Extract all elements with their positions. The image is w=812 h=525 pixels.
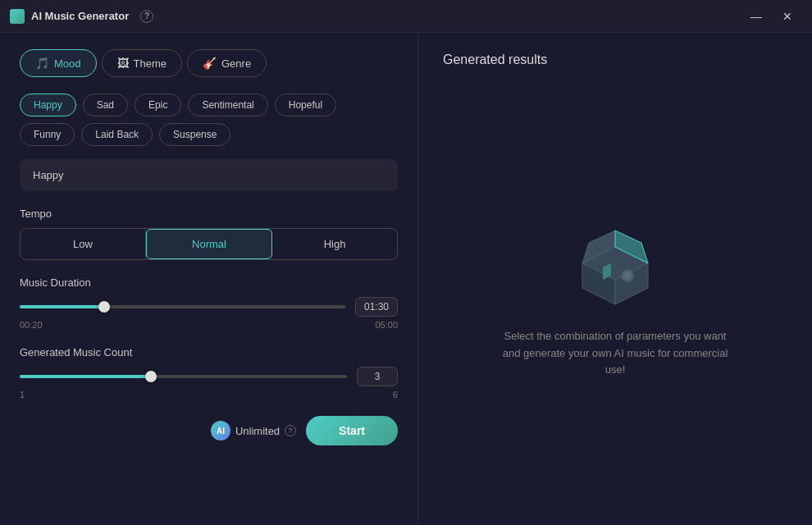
music-duration-label: Music Duration: [20, 276, 398, 289]
tab-theme[interactable]: 🖼 Theme: [102, 49, 182, 77]
mood-chip-happy[interactable]: Happy: [20, 94, 76, 116]
unlimited-icon: AI: [211, 421, 230, 441]
tempo-options: Low Normal High: [20, 228, 398, 260]
tab-genre[interactable]: 🎸 Genre: [187, 49, 267, 77]
placeholder-text: Select the combination of parameters you…: [500, 328, 730, 379]
mood-chip-laid-back[interactable]: Laid Back: [81, 123, 153, 146]
music-duration-section: Music Duration 01:30 00:20 05:00: [20, 276, 398, 330]
tab-row: 🎵 Mood 🖼 Theme 🎸 Genre: [20, 49, 398, 77]
main-content: 🎵 Mood 🖼 Theme 🎸 Genre Happy Sad Epic Se…: [0, 33, 812, 525]
tempo-label: Tempo: [20, 208, 398, 220]
mood-chip-hopeful[interactable]: Hopeful: [275, 94, 336, 116]
titlebar: AI Music Generator ? — ✕: [0, 0, 812, 33]
music-count-label: Generated Music Count: [20, 346, 398, 358]
genre-tab-icon: 🎸: [203, 57, 217, 70]
tempo-high[interactable]: High: [272, 229, 397, 259]
music-count-value: 3: [357, 367, 398, 386]
music-count-fill: [20, 375, 151, 378]
minimize-button[interactable]: —: [741, 4, 771, 29]
app-title: AI Music Generator ?: [10, 9, 153, 24]
selected-mood-text: Happy: [33, 169, 64, 181]
music-count-thumb[interactable]: [145, 371, 157, 382]
start-button[interactable]: Start: [306, 416, 398, 445]
close-button[interactable]: ✕: [773, 4, 802, 29]
count-min-label: 1: [20, 390, 25, 399]
music-count-labels: 1 6: [20, 390, 398, 399]
tab-genre-label: Genre: [221, 57, 251, 70]
app-icon: [10, 9, 25, 24]
left-panel: 🎵 Mood 🖼 Theme 🎸 Genre Happy Sad Epic Se…: [0, 33, 418, 525]
unlimited-icon-text: AI: [217, 427, 225, 436]
theme-tab-icon: 🖼: [117, 57, 129, 70]
mood-chip-sentimental[interactable]: Sentimental: [188, 94, 267, 116]
tab-mood[interactable]: 🎵 Mood: [20, 49, 97, 77]
count-max-label: 6: [393, 390, 398, 399]
unlimited-info-icon[interactable]: ?: [285, 425, 296, 436]
svg-point-6: [623, 272, 632, 280]
music-count-slider-row: 3: [20, 367, 398, 386]
duration-min-label: 00:20: [20, 320, 43, 330]
tab-theme-label: Theme: [134, 57, 167, 70]
unlimited-badge: AI Unlimited ?: [211, 421, 296, 441]
music-duration-fill: [20, 305, 104, 308]
box-illustration: [566, 218, 664, 308]
app-title-text: AI Music Generator: [31, 10, 129, 22]
mood-chip-funny[interactable]: Funny: [20, 123, 75, 146]
music-duration-slider-row: 01:30: [20, 297, 398, 317]
duration-max-label: 05:00: [375, 320, 398, 330]
mood-tab-icon: 🎵: [35, 57, 49, 70]
mood-chip-suspense[interactable]: Suspense: [159, 123, 230, 146]
music-duration-labels: 00:20 05:00: [20, 320, 398, 330]
right-panel: Generated results Select the combination…: [418, 33, 812, 525]
tempo-low[interactable]: Low: [21, 229, 146, 259]
music-duration-thumb[interactable]: [98, 301, 110, 313]
unlimited-label: Unlimited: [235, 425, 280, 437]
selected-mood-display: Happy: [20, 159, 398, 191]
window-controls: — ✕: [741, 4, 802, 29]
tempo-normal[interactable]: Normal: [146, 229, 272, 259]
tab-mood-label: Mood: [54, 57, 81, 70]
music-duration-track[interactable]: [20, 305, 345, 308]
music-count-track[interactable]: [20, 375, 347, 378]
mood-chip-epic[interactable]: Epic: [135, 94, 181, 116]
results-title: Generated results: [443, 52, 787, 67]
music-count-section: Generated Music Count 3 1 6: [20, 346, 398, 399]
bottom-row: AI Unlimited ? Start: [20, 416, 398, 445]
music-duration-value: 01:30: [355, 297, 398, 317]
help-icon[interactable]: ?: [140, 10, 153, 23]
results-placeholder: Select the combination of parameters you…: [443, 92, 787, 505]
mood-chip-sad[interactable]: Sad: [83, 94, 128, 116]
mood-chip-grid: Happy Sad Epic Sentimental Hopeful Funny…: [20, 94, 398, 146]
